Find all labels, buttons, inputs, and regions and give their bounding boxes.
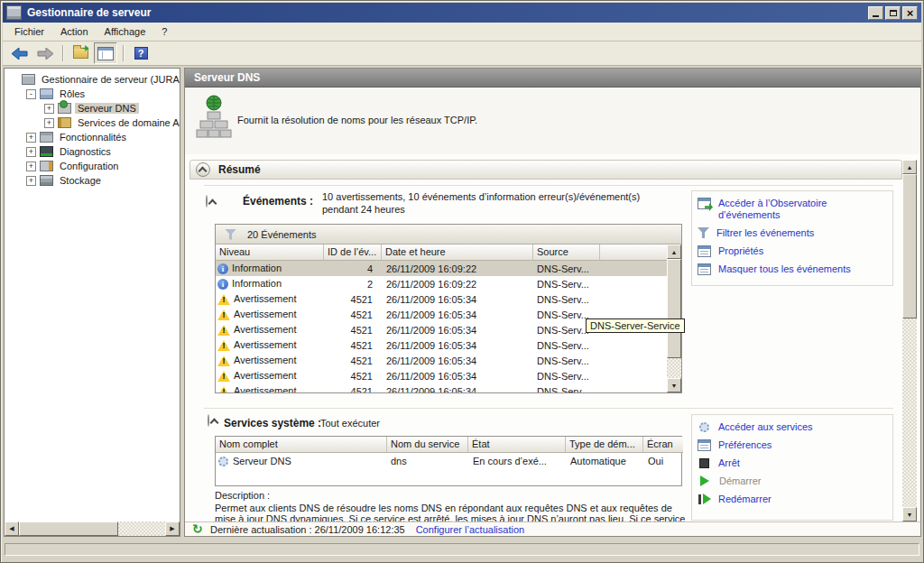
active-directory-icon (58, 117, 71, 128)
menu-help[interactable]: ? (153, 24, 175, 39)
event-row[interactable]: Avertissement452126/11/2009 16:05:34DNS-… (216, 337, 667, 353)
action-link[interactable]: Masquer tous les événements (698, 263, 887, 275)
maximize-button[interactable] (885, 6, 901, 20)
event-row[interactable]: Avertissement452126/11/2009 16:05:34DNS-… (216, 383, 667, 392)
gear-icon (699, 422, 709, 432)
tree-expander[interactable]: + (26, 147, 36, 157)
back-icon (12, 48, 28, 60)
column-header[interactable]: Nom complet (216, 437, 387, 453)
action-link[interactable]: Filtrer les événements (698, 227, 887, 239)
tree-expander[interactable]: + (44, 118, 54, 128)
warning-icon (217, 309, 230, 320)
column-header[interactable]: Niveau (216, 245, 324, 261)
tree-expander[interactable]: + (26, 162, 36, 171)
tree-row-server-manager-root: Gestionnaire de serveur (JURA) (5, 72, 180, 87)
info-icon (217, 263, 228, 274)
tree-item-features[interactable]: Fonctionnalités (57, 132, 129, 143)
column-header[interactable]: Date et heure (382, 245, 533, 261)
menu-action[interactable]: Action (52, 24, 97, 39)
tree-item-roles[interactable]: Rôles (57, 88, 88, 99)
event-row[interactable]: Avertissement452126/11/2009 16:05:34DNS-… (216, 368, 667, 383)
event-row[interactable]: Avertissement452126/11/2009 16:05:34DNS-… (216, 291, 667, 307)
column-header[interactable] (600, 245, 667, 261)
minimize-button[interactable] (868, 6, 883, 20)
scroll-down-button[interactable]: ▼ (667, 378, 681, 392)
show-console-button[interactable] (94, 42, 117, 64)
tree-row-features: +Fonctionnalités (5, 130, 180, 144)
tree-expander[interactable]: - (26, 89, 36, 99)
column-header[interactable]: ID de l’év... (324, 245, 382, 261)
collapse-events-button[interactable] (206, 195, 208, 208)
menu-affichage[interactable]: Affichage (97, 24, 154, 39)
tree-item-dns-server[interactable]: Serveur DNS (75, 103, 139, 114)
action-link[interactable]: Accéder à l’Observatoire d’événements (698, 198, 887, 221)
tree-row-roles: -Rôles (5, 87, 180, 101)
action-link[interactable]: Accéder aux services (698, 421, 887, 433)
collapse-services-button[interactable] (208, 414, 209, 427)
source-tooltip: DNS-Server-Service (586, 318, 685, 333)
services-run-all-label: Tout exécuter (320, 418, 380, 429)
service-gear-icon (218, 457, 228, 466)
scroll-track[interactable] (118, 521, 165, 536)
stop-icon (699, 458, 709, 468)
services-actions-panel: Accéder aux servicesPréférencesArrêtDéma… (691, 414, 893, 521)
scroll-track[interactable] (902, 318, 917, 507)
scroll-thumb[interactable] (19, 521, 118, 536)
column-header[interactable]: Écran (643, 437, 683, 453)
title-bar[interactable]: Gestionnaire de serveur × (3, 3, 921, 23)
filter-l-icon (698, 227, 709, 238)
column-header[interactable]: Source (533, 245, 600, 261)
warning-icon (217, 355, 230, 366)
scroll-left-button[interactable]: ◀ (5, 521, 19, 536)
tree-item-ad-ds[interactable]: Services de domaine Active (75, 117, 180, 128)
scroll-up-button[interactable]: ▲ (667, 245, 681, 259)
collapse-resume-button[interactable] (196, 162, 210, 177)
scroll-thumb[interactable] (667, 259, 681, 358)
tree-expander[interactable]: + (44, 104, 54, 114)
tree-row-ad-ds: +Services de domaine Active (5, 115, 180, 130)
action-link[interactable]: Préférences (698, 439, 887, 451)
properties-icon (698, 245, 711, 257)
column-header[interactable]: Type de dém... (566, 437, 643, 453)
tree-expander[interactable]: + (26, 176, 36, 186)
warning-icon (217, 340, 230, 351)
tree-item-storage[interactable]: Stockage (57, 175, 104, 186)
menu-fichier[interactable]: Fichier (6, 24, 52, 39)
scroll-down-button[interactable]: ▼ (902, 507, 917, 521)
scroll-track[interactable] (667, 358, 681, 378)
tree-item-configuration[interactable]: Configuration (57, 161, 121, 171)
action-link[interactable]: Arrêt (698, 457, 887, 469)
warning-icon (217, 294, 230, 305)
console-tree-panel: Gestionnaire de serveur (JURA)-Rôles+Ser… (4, 68, 180, 537)
warning-icon (217, 386, 230, 392)
tree-item-diagnostics[interactable]: Diagnostics (57, 146, 114, 157)
column-header[interactable]: État (468, 437, 566, 453)
event-row[interactable]: Information426/11/2009 16:09:22DNS-Serv.… (216, 261, 667, 276)
scroll-thumb[interactable] (902, 174, 917, 318)
divider (204, 408, 893, 409)
action-link[interactable]: Redémarrer (698, 494, 887, 505)
column-header[interactable]: Nom du service (387, 437, 468, 453)
back-button[interactable] (8, 42, 32, 64)
service-row[interactable]: Serveur DNSdnsEn cours d’exé...Automatiq… (216, 453, 681, 469)
events-section-label: Événements : (243, 195, 313, 208)
close-button[interactable]: × (902, 6, 918, 20)
service-description-label: Description : (215, 490, 270, 501)
scroll-up-button[interactable]: ▲ (902, 160, 917, 174)
main-vertical-scrollbar[interactable]: ▲ ▼ (902, 160, 917, 521)
configure-refresh-link[interactable]: Configurer l’actualisation (416, 524, 524, 535)
forward-button[interactable] (33, 42, 57, 64)
services-table: Nom completNom du serviceÉtatType de dém… (215, 436, 682, 486)
event-row[interactable]: Avertissement452126/11/2009 16:05:34DNS-… (216, 353, 667, 368)
dns-role-icon (196, 95, 232, 138)
scroll-right-button[interactable]: ▶ (165, 521, 180, 536)
export-button[interactable] (69, 42, 92, 64)
events-count-label: 20 Événements (247, 229, 316, 240)
tree-expander[interactable]: + (26, 133, 36, 143)
tree-horizontal-scrollbar[interactable]: ◀ ▶ (5, 521, 180, 536)
event-row[interactable]: Information226/11/2009 16:09:22DNS-Serv.… (216, 276, 667, 291)
events-summary-line1: 10 avertissements, 10 événements d’infor… (322, 191, 640, 202)
action-link[interactable]: Propriétés (698, 245, 887, 257)
tree-item-server-manager-root[interactable]: Gestionnaire de serveur (JURA) (39, 74, 180, 85)
help-button[interactable] (129, 42, 152, 64)
